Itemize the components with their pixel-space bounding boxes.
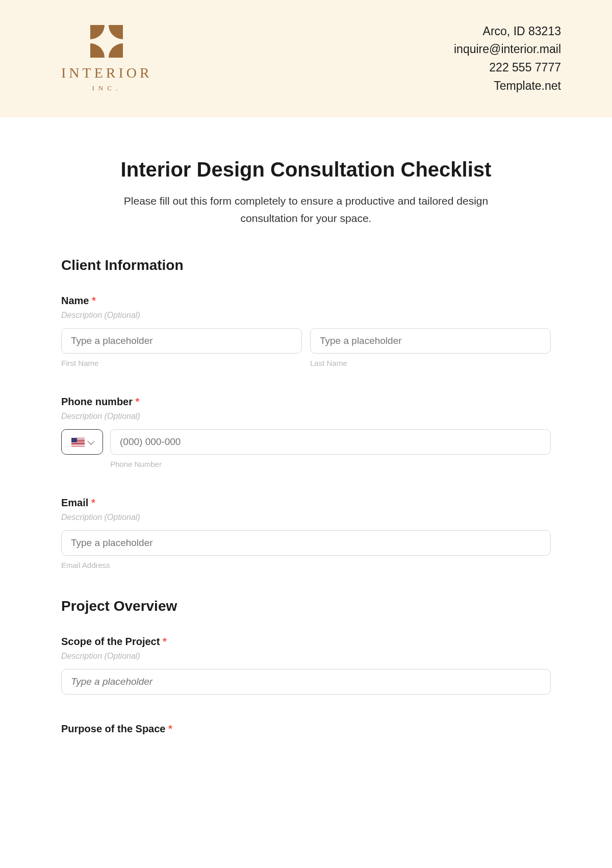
contact-phone: 222 555 7777: [454, 59, 561, 77]
scope-desc: Description (Optional): [61, 652, 551, 661]
field-email: Email * Description (Optional) Email Add…: [61, 497, 551, 569]
field-purpose: Purpose of the Space *: [61, 723, 551, 735]
contact-site: Template.net: [454, 77, 561, 95]
email-label: Email *: [61, 497, 551, 509]
phone-desc: Description (Optional): [61, 412, 551, 421]
logo-subtitle: INC.: [92, 84, 122, 92]
country-code-select[interactable]: [61, 429, 103, 455]
scope-label-text: Scope of the Project: [61, 636, 160, 647]
page-header: INTERIOR INC. Arco, ID 83213 inquire@int…: [0, 0, 612, 117]
field-scope: Scope of the Project * Description (Opti…: [61, 636, 551, 695]
name-desc: Description (Optional): [61, 311, 551, 320]
purpose-label: Purpose of the Space *: [61, 723, 551, 735]
email-input[interactable]: [61, 530, 551, 556]
logo-name: INTERIOR: [61, 65, 152, 81]
purpose-label-text: Purpose of the Space: [61, 723, 166, 734]
required-mark: *: [91, 497, 95, 508]
section-client-information: Client Information: [61, 257, 551, 274]
field-name: Name * Description (Optional) First Name…: [61, 295, 551, 367]
form-body: Interior Design Consultation Checklist P…: [0, 117, 612, 759]
required-mark: *: [168, 723, 172, 734]
phone-number-input[interactable]: [110, 429, 551, 455]
name-label: Name *: [61, 295, 551, 307]
company-logo: INTERIOR INC.: [61, 25, 152, 92]
phone-label-text: Phone number: [61, 396, 133, 407]
contact-location: Arco, ID 83213: [454, 22, 561, 41]
contact-block: Arco, ID 83213 inquire@interior.mail 222…: [454, 22, 561, 95]
email-label-text: Email: [61, 497, 88, 508]
required-mark: *: [163, 636, 167, 647]
form-title: Interior Design Consultation Checklist: [61, 158, 551, 181]
phone-sublabel: Phone Number: [110, 460, 551, 468]
field-phone: Phone number * Description (Optional) Ph…: [61, 396, 551, 468]
us-flag-icon: [71, 438, 85, 447]
email-desc: Description (Optional): [61, 513, 551, 522]
email-sublabel: Email Address: [61, 561, 551, 569]
form-subtitle: Please fill out this form completely to …: [97, 192, 515, 227]
scope-input[interactable]: [61, 669, 551, 695]
scope-label: Scope of the Project *: [61, 636, 551, 648]
contact-email: inquire@interior.mail: [454, 40, 561, 59]
first-name-input[interactable]: [61, 328, 302, 354]
phone-label: Phone number *: [61, 396, 551, 408]
logo-mark-icon: [90, 25, 123, 58]
last-name-sublabel: Last Name: [310, 359, 551, 367]
first-name-sublabel: First Name: [61, 359, 302, 367]
required-mark: *: [92, 295, 96, 306]
last-name-input[interactable]: [310, 328, 551, 354]
chevron-down-icon: [87, 438, 94, 445]
required-mark: *: [136, 396, 140, 407]
name-label-text: Name: [61, 295, 89, 306]
section-project-overview: Project Overview: [61, 598, 551, 614]
